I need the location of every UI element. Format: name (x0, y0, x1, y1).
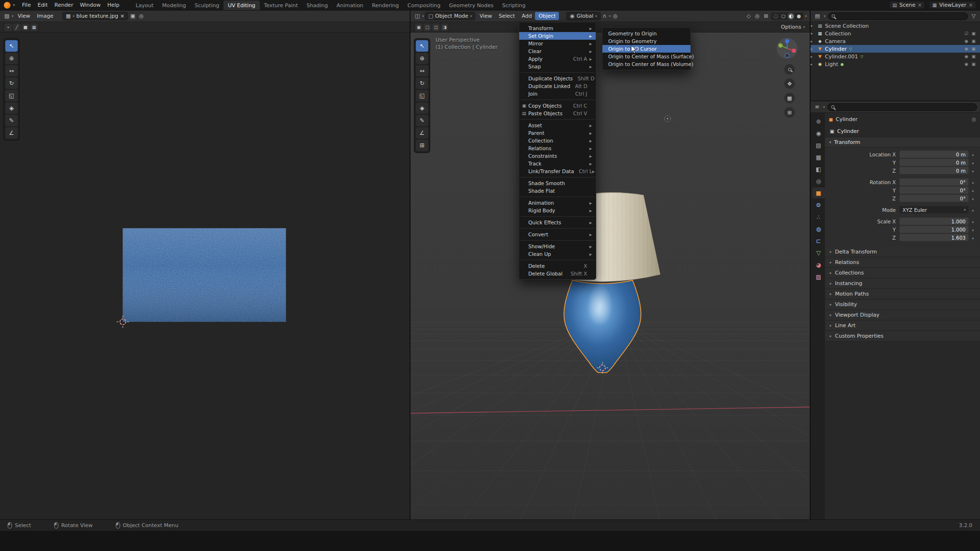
properties-tab[interactable]: ▦ (812, 152, 825, 163)
uv-tool-button[interactable]: ↔ (5, 65, 18, 77)
topbar-menu-item[interactable]: Window (77, 1, 104, 9)
object-menu-entry[interactable]: Quick Effects (519, 219, 596, 226)
expand-arrow-icon[interactable]: ▸ (811, 55, 816, 59)
object-menu-entry[interactable]: Apply Ctrl A (519, 55, 596, 63)
uv-tool-button[interactable]: ↖ (5, 40, 18, 52)
properties-editor-caret-icon[interactable]: ▾ (823, 105, 825, 109)
hide-in-viewport-icon[interactable]: ◉ (963, 39, 970, 44)
object-menu-entry[interactable]: Parent (519, 129, 596, 137)
topbar-menu-item[interactable]: Help (104, 1, 122, 9)
shading-mode-icon[interactable]: ● (795, 13, 802, 20)
object-menu-entry[interactable]: Transform (519, 24, 596, 32)
image-browse-caret-icon[interactable]: ▾ (73, 14, 75, 18)
object-menu-entry[interactable] (520, 99, 595, 100)
object-menu-entry[interactable] (520, 216, 595, 217)
value-field[interactable]: 1.603 ▾ (900, 234, 969, 241)
properties-tab[interactable]: ◎ (812, 176, 825, 187)
object-menu-entry[interactable]: Collection (519, 137, 596, 144)
shading-mode-icon[interactable]: ○ (780, 13, 787, 20)
object-menu-entry[interactable]: Delete Global Shift X (519, 270, 596, 277)
remove-view-layer-icon[interactable]: × (969, 2, 973, 8)
properties-tab[interactable]: ⊏ (812, 235, 825, 246)
snap-magnet-icon[interactable]: ∩ (601, 13, 608, 19)
properties-panel-header[interactable]: Instancing (825, 278, 980, 289)
properties-panel-header[interactable]: Relations (825, 257, 980, 268)
viewport-tool-button[interactable]: ◈ (416, 102, 428, 114)
topbar-menu-item[interactable]: Edit (34, 1, 51, 9)
object-menu-entry[interactable]: Clear (519, 47, 596, 55)
outliner-search-input[interactable] (828, 12, 968, 20)
animate-decorator-icon[interactable] (969, 167, 977, 174)
mode-selector[interactable]: ▢ Object Mode ▾ (425, 12, 475, 20)
show-overlays-icon[interactable]: ◎ (754, 13, 761, 19)
pin-id-icon[interactable]: ◎ (971, 116, 976, 122)
outliner-row[interactable]: ▸ ▼ Cylinder.001 ▽ ◉ ▣ (811, 53, 980, 60)
properties-panel-header[interactable]: Delta Transform (825, 247, 980, 257)
transform-orientation-selector[interactable]: ◉ Global ▾ (567, 12, 600, 20)
shading-mode-icon[interactable]: ◌ (772, 13, 779, 20)
uv-tool-button[interactable]: ◈ (5, 102, 18, 114)
topbar-menu-item[interactable]: File (19, 1, 34, 9)
properties-tab[interactable]: ◕ (812, 259, 825, 270)
pan-view-icon[interactable]: ✥ (784, 78, 795, 89)
workspace-tab[interactable]: Sculpting (190, 0, 223, 10)
properties-panel-header[interactable]: Motion Paths (825, 289, 980, 299)
uv-select-mode-icon[interactable]: ∙ (4, 23, 12, 31)
viewport-header-menu[interactable]: View (476, 12, 495, 20)
pin-image-icon[interactable]: ◎ (138, 13, 145, 19)
blender-logo-icon[interactable] (4, 2, 11, 9)
properties-tab[interactable]: ▽ (812, 247, 825, 258)
object-menu-entry[interactable]: Track (519, 160, 596, 167)
object-menu-entry[interactable]: Set Origin (519, 32, 596, 40)
disable-in-render-icon[interactable]: ▣ (970, 39, 977, 44)
transform-panel-header[interactable]: Transform (825, 137, 980, 147)
uv-tool-button[interactable]: ∠ (5, 127, 18, 139)
set-origin-menu-entry[interactable]: Origin to Center of Mass (Volume) (602, 60, 690, 68)
workspace-tab[interactable]: Texture Paint (260, 0, 302, 10)
object-menu-entry[interactable]: Link/Transfer Data Ctrl L (519, 167, 596, 175)
unlink-image-icon[interactable]: × (120, 13, 124, 19)
object-menu-entry[interactable]: ▤ Paste Objects Ctrl V (519, 110, 596, 117)
properties-tab[interactable]: ◍ (812, 223, 825, 234)
viewport-tool-button[interactable]: ◱ (416, 90, 428, 101)
properties-panel-header[interactable]: Collections (825, 268, 980, 278)
object-menu-entry[interactable] (520, 197, 595, 197)
viewport-tool-button[interactable]: ⊕ (416, 53, 428, 64)
animate-decorator-icon[interactable] (969, 218, 977, 224)
properties-search-input[interactable] (827, 103, 977, 111)
properties-tab[interactable]: ∴ (812, 211, 825, 222)
disable-in-render-icon[interactable]: ▣ (970, 46, 977, 51)
hide-in-viewport-icon[interactable]: ☑ (963, 31, 970, 36)
viewport-tool-button[interactable]: ⊞ (416, 140, 428, 151)
workspace-tab[interactable]: Shading (302, 0, 333, 10)
set-origin-menu-entry[interactable]: Origin to Center of Mass (Surface) (602, 53, 690, 60)
animate-decorator-icon[interactable] (969, 151, 977, 157)
expand-arrow-icon[interactable]: ▾ (811, 24, 816, 28)
properties-tab[interactable]: ▤ (812, 140, 825, 151)
shading-dropdown-caret-icon[interactable]: ▾ (805, 14, 807, 18)
xray-toggle-icon[interactable]: ⊞ (762, 13, 769, 19)
viewport-tool-button[interactable]: ∠ (416, 127, 428, 139)
viewport-header-menu[interactable]: Object (535, 12, 559, 20)
viewport-tool-button[interactable]: ✎ (416, 115, 428, 126)
image-browse-icon[interactable]: ▦ (66, 13, 70, 19)
properties-tab[interactable]: ⚙ (812, 199, 825, 210)
viewport-header-menu[interactable]: Select (495, 12, 518, 20)
workspace-tab[interactable]: Rendering (368, 0, 403, 10)
properties-tab[interactable]: ■ (812, 187, 825, 198)
properties-tab[interactable]: ▨ (812, 271, 825, 282)
uv-tool-button[interactable]: ◱ (5, 90, 18, 101)
expand-arrow-icon[interactable]: ▸ (811, 62, 816, 66)
value-field[interactable]: 0 m ▾ (900, 151, 969, 158)
filter-funnel-icon[interactable]: ▽ (970, 13, 977, 19)
disable-in-render-icon[interactable]: ▣ (970, 54, 977, 59)
scene-selector[interactable]: ▤ Scene × (889, 1, 925, 9)
object-menu-entry[interactable]: Shade Smooth (519, 179, 596, 187)
properties-tab[interactable]: ◉ (812, 128, 825, 139)
properties-panel-header[interactable]: Custom Properties (825, 331, 980, 342)
set-origin-menu-entry[interactable]: Geometry to Origin (602, 30, 690, 37)
uv-select-mode-icon[interactable]: ■ (22, 23, 29, 31)
uv-tool-button[interactable]: ⊕ (5, 53, 18, 64)
value-field[interactable]: XYZ Euler ▾ (900, 206, 969, 213)
fake-user-icon[interactable]: ▣ (129, 13, 136, 19)
